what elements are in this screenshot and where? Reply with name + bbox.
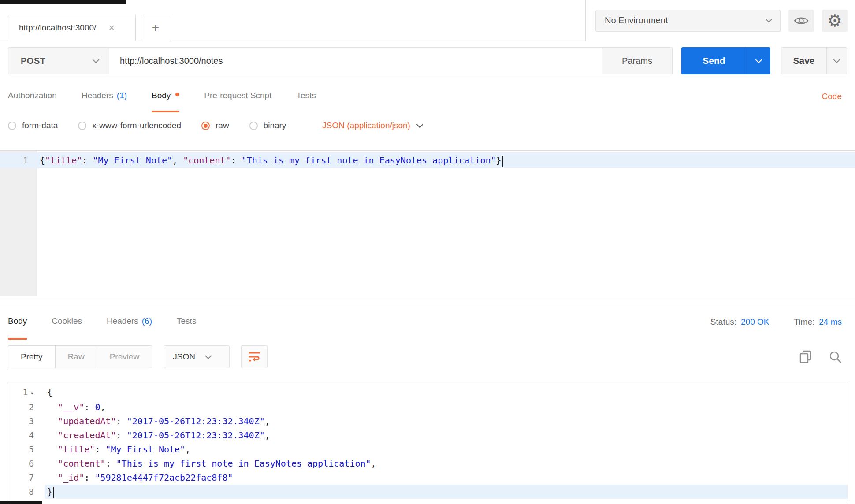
method-select[interactable]: POST: [8, 47, 109, 74]
editor-line[interactable]: 6 "content": "This is my first note in E…: [7, 456, 848, 471]
radio-label: binary: [264, 121, 286, 130]
save-button-group: Save: [781, 47, 847, 74]
view-mode-preview[interactable]: Preview: [97, 346, 152, 368]
editor-line[interactable]: 8}: [7, 485, 848, 499]
tab-headers[interactable]: Headers (1): [82, 81, 127, 112]
response-format-select[interactable]: JSON: [164, 345, 230, 368]
editor-line[interactable]: 5 "title": "My First Note",: [7, 442, 848, 456]
code-line-content[interactable]: "title": "My First Note",: [45, 442, 848, 456]
code-line-content[interactable]: "__v": 0,: [45, 400, 848, 414]
line-number: 3: [7, 414, 45, 428]
response-meta: Status: 200 OK Time: 24 ms: [710, 304, 842, 340]
wrap-lines-icon: [248, 351, 261, 363]
environment-selected-label: No Environment: [605, 15, 668, 26]
request-tab[interactable]: http://localhost:3000/ ×: [8, 15, 136, 41]
view-mode-raw[interactable]: Raw: [56, 346, 97, 368]
tab-prerequest-script[interactable]: Pre-request Script: [204, 81, 271, 112]
tab-label: Body: [152, 91, 171, 100]
headers-count-badge: (1): [117, 91, 127, 100]
view-mode-pretty[interactable]: Pretty: [8, 346, 56, 368]
line-number: 2: [7, 400, 45, 414]
response-tab-cookies[interactable]: Cookies: [52, 304, 82, 340]
request-url-input[interactable]: [109, 47, 602, 74]
radio-raw[interactable]: raw: [201, 121, 229, 130]
environment-quicklook-button[interactable]: [788, 10, 814, 32]
response-tab-body[interactable]: Body: [8, 304, 27, 340]
tab-label: Headers: [107, 316, 138, 326]
code-line-content[interactable]: "updatedAt": "2017-05-26T12:23:32.340Z",: [45, 414, 848, 428]
tab-label: Authorization: [8, 91, 57, 100]
eye-icon: [793, 15, 809, 26]
editor-line[interactable]: 2 "__v": 0,: [7, 400, 848, 414]
chevron-down-icon: [93, 56, 100, 63]
response-tab-headers[interactable]: Headers (6): [107, 304, 152, 340]
save-options-button[interactable]: [826, 48, 847, 74]
body-modified-dot: [175, 93, 179, 96]
radio-form-data[interactable]: form-data: [8, 121, 58, 130]
save-button[interactable]: Save: [781, 48, 826, 74]
close-tab-icon[interactable]: ×: [108, 22, 115, 33]
editor-line[interactable]: 1▾{: [7, 385, 848, 400]
code-line-content[interactable]: }: [45, 485, 848, 499]
method-label: POST: [21, 56, 45, 66]
tab-body[interactable]: Body: [152, 81, 179, 112]
radio-icon: [8, 122, 16, 130]
response-format-label: JSON: [173, 352, 195, 362]
radio-urlencoded[interactable]: x-www-form-urlencoded: [78, 121, 181, 130]
settings-button[interactable]: ⚙: [822, 10, 848, 32]
params-button[interactable]: Params: [602, 47, 673, 74]
new-tab-button[interactable]: +: [141, 15, 170, 41]
chevron-down-icon: [755, 56, 762, 63]
line-number: 1: [0, 152, 37, 168]
response-toolbar: Pretty Raw Preview JSON: [0, 340, 855, 374]
request-tab-title: http://localhost:3000/: [19, 23, 96, 33]
code-line-content[interactable]: {"title": "My First Note", "content": "T…: [37, 152, 855, 168]
radio-icon: [249, 122, 258, 130]
status-label: Status:: [710, 317, 736, 327]
tab-tests[interactable]: Tests: [296, 81, 316, 112]
line-number: 1▾: [7, 385, 45, 400]
request-body-editor[interactable]: 1{"title": "My First Note", "content": "…: [0, 150, 855, 296]
editor-line[interactable]: 1{"title": "My First Note", "content": "…: [0, 152, 855, 168]
request-builder-row: POST Params Send Save: [8, 47, 847, 74]
text-cursor: [502, 156, 503, 167]
tab-authorization[interactable]: Authorization: [8, 81, 57, 112]
radio-selected-icon: [201, 122, 210, 130]
code-line-content[interactable]: "content": "This is my first note in Eas…: [45, 456, 848, 471]
chevron-down-icon: [766, 16, 773, 23]
editor-line[interactable]: 4 "createdAt": "2017-05-26T12:23:32.340Z…: [7, 428, 848, 442]
response-tab-tests[interactable]: Tests: [177, 304, 196, 340]
send-button[interactable]: Send: [681, 47, 747, 74]
environment-area: No Environment ⚙: [585, 0, 855, 41]
editor-line[interactable]: 3 "updatedAt": "2017-05-26T12:23:32.340Z…: [7, 414, 848, 428]
window-artifact-bottom: [0, 501, 42, 504]
editor-line[interactable]: 7 "_id": "59281e4447f72acb22fac8f8": [7, 471, 848, 485]
line-number: 7: [7, 471, 45, 485]
window-artifact-top: [0, 0, 126, 4]
line-number: 8: [7, 485, 45, 499]
request-tabs: Authorization Headers (1) Body Pre-reque…: [0, 81, 855, 112]
tab-label: Headers: [82, 91, 113, 100]
tab-label: Cookies: [52, 316, 82, 326]
code-link[interactable]: Code: [822, 81, 842, 112]
radio-icon: [78, 122, 86, 130]
content-type-select[interactable]: JSON (application/json): [322, 121, 422, 130]
time-label: Time:: [794, 317, 814, 327]
send-button-group: Send: [681, 47, 770, 74]
view-mode-switcher: Pretty Raw Preview: [8, 345, 152, 368]
response-body-editor[interactable]: 1▾{2 "__v": 0,3 "updatedAt": "2017-05-26…: [7, 382, 848, 501]
environment-select[interactable]: No Environment: [595, 10, 781, 32]
code-line-content[interactable]: "createdAt": "2017-05-26T12:23:32.340Z",: [45, 428, 848, 442]
search-icon[interactable]: [829, 350, 842, 363]
top-bar: http://localhost:3000/ × + No Environmen…: [0, 0, 855, 41]
text-cursor: [53, 487, 54, 498]
code-line-content[interactable]: "_id": "59281e4447f72acb22fac8f8": [45, 471, 848, 485]
tab-label: Pre-request Script: [204, 91, 271, 100]
radio-binary[interactable]: binary: [249, 121, 286, 130]
copy-icon[interactable]: [799, 350, 812, 363]
fold-caret-icon[interactable]: ▾: [30, 389, 34, 397]
wrap-lines-button[interactable]: [241, 345, 268, 368]
code-line-content[interactable]: {: [45, 385, 848, 400]
send-options-button[interactable]: [747, 47, 770, 74]
radio-label: form-data: [22, 121, 58, 130]
